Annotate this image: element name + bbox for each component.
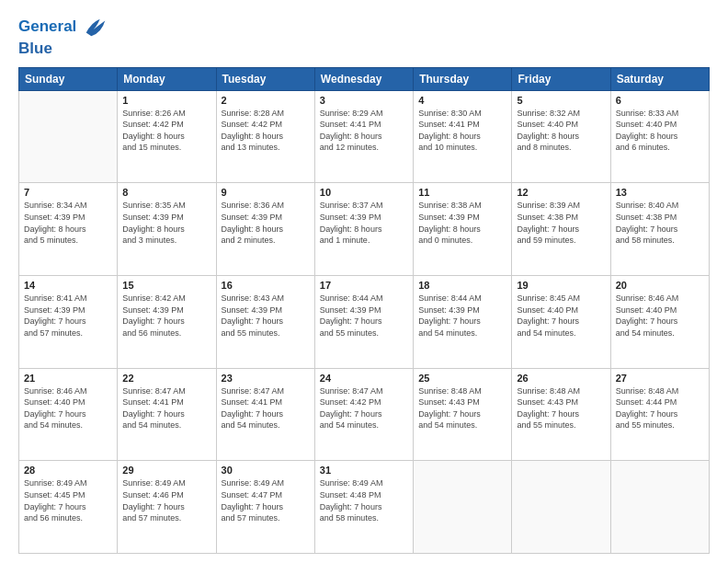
calendar-cell: 8Sunrise: 8:35 AM Sunset: 4:39 PM Daylig… xyxy=(118,183,216,276)
cell-info: Sunrise: 8:29 AM Sunset: 4:41 PM Dayligh… xyxy=(320,108,408,154)
cell-info: Sunrise: 8:48 AM Sunset: 4:44 PM Dayligh… xyxy=(616,385,704,431)
cell-info: Sunrise: 8:47 AM Sunset: 4:41 PM Dayligh… xyxy=(222,385,310,431)
calendar-cell: 14Sunrise: 8:41 AM Sunset: 4:39 PM Dayli… xyxy=(19,276,118,369)
calendar-cell: 3Sunrise: 8:29 AM Sunset: 4:41 PM Daylig… xyxy=(314,90,413,183)
calendar-cell: 9Sunrise: 8:36 AM Sunset: 4:39 PM Daylig… xyxy=(216,183,314,276)
logo-blue: Blue xyxy=(18,40,108,58)
calendar-cell xyxy=(512,461,610,554)
calendar-cell: 24Sunrise: 8:47 AM Sunset: 4:42 PM Dayli… xyxy=(314,368,413,461)
cell-info: Sunrise: 8:47 AM Sunset: 4:42 PM Dayligh… xyxy=(320,385,408,431)
weekday-header-saturday: Saturday xyxy=(610,67,709,90)
calendar-cell: 29Sunrise: 8:49 AM Sunset: 4:46 PM Dayli… xyxy=(118,461,216,554)
cell-day-number: 13 xyxy=(616,187,704,198)
cell-info: Sunrise: 8:46 AM Sunset: 4:40 PM Dayligh… xyxy=(24,385,112,431)
cell-day-number: 3 xyxy=(320,95,408,106)
cell-day-number: 14 xyxy=(24,280,112,291)
calendar-cell: 20Sunrise: 8:46 AM Sunset: 4:40 PM Dayli… xyxy=(610,276,709,369)
cell-day-number: 23 xyxy=(222,373,310,384)
calendar-cell xyxy=(414,461,512,554)
cell-day-number: 20 xyxy=(616,280,704,291)
calendar-cell xyxy=(19,90,118,183)
cell-info: Sunrise: 8:44 AM Sunset: 4:39 PM Dayligh… xyxy=(418,293,506,339)
calendar-table: SundayMondayTuesdayWednesdayThursdayFrid… xyxy=(18,67,710,554)
weekday-header-thursday: Thursday xyxy=(414,67,512,90)
calendar-cell: 27Sunrise: 8:48 AM Sunset: 4:44 PM Dayli… xyxy=(610,368,709,461)
calendar-cell: 21Sunrise: 8:46 AM Sunset: 4:40 PM Dayli… xyxy=(19,368,118,461)
week-row-2: 7Sunrise: 8:34 AM Sunset: 4:39 PM Daylig… xyxy=(19,183,710,276)
calendar-cell: 11Sunrise: 8:38 AM Sunset: 4:39 PM Dayli… xyxy=(414,183,512,276)
cell-info: Sunrise: 8:26 AM Sunset: 4:42 PM Dayligh… xyxy=(122,108,210,154)
cell-day-number: 6 xyxy=(616,95,704,106)
cell-day-number: 15 xyxy=(122,280,210,291)
cell-info: Sunrise: 8:37 AM Sunset: 4:39 PM Dayligh… xyxy=(320,200,408,246)
cell-info: Sunrise: 8:38 AM Sunset: 4:39 PM Dayligh… xyxy=(418,200,506,246)
cell-day-number: 2 xyxy=(222,95,310,106)
cell-day-number: 18 xyxy=(418,280,506,291)
cell-info: Sunrise: 8:43 AM Sunset: 4:39 PM Dayligh… xyxy=(222,293,310,339)
page: General Blue SundayMondayTuesdayWednesda… xyxy=(0,0,728,563)
calendar-cell: 15Sunrise: 8:42 AM Sunset: 4:39 PM Dayli… xyxy=(118,276,216,369)
cell-info: Sunrise: 8:45 AM Sunset: 4:40 PM Dayligh… xyxy=(517,293,605,339)
logo: General Blue xyxy=(18,15,108,58)
cell-day-number: 11 xyxy=(418,187,506,198)
cell-day-number: 28 xyxy=(24,465,112,476)
cell-info: Sunrise: 8:46 AM Sunset: 4:40 PM Dayligh… xyxy=(616,293,704,339)
calendar-cell: 5Sunrise: 8:32 AM Sunset: 4:40 PM Daylig… xyxy=(512,90,610,183)
cell-day-number: 26 xyxy=(517,373,605,384)
weekday-header-friday: Friday xyxy=(512,67,610,90)
cell-day-number: 10 xyxy=(320,187,408,198)
week-row-4: 21Sunrise: 8:46 AM Sunset: 4:40 PM Dayli… xyxy=(19,368,710,461)
weekday-header-sunday: Sunday xyxy=(19,67,118,90)
calendar-cell: 19Sunrise: 8:45 AM Sunset: 4:40 PM Dayli… xyxy=(512,276,610,369)
cell-day-number: 7 xyxy=(24,187,112,198)
cell-day-number: 19 xyxy=(517,280,605,291)
calendar-cell: 18Sunrise: 8:44 AM Sunset: 4:39 PM Dayli… xyxy=(414,276,512,369)
cell-day-number: 4 xyxy=(418,95,506,106)
week-row-3: 14Sunrise: 8:41 AM Sunset: 4:39 PM Dayli… xyxy=(19,276,710,369)
week-row-1: 1Sunrise: 8:26 AM Sunset: 4:42 PM Daylig… xyxy=(19,90,710,183)
calendar-cell xyxy=(610,461,709,554)
cell-day-number: 8 xyxy=(122,187,210,198)
logo-general: General xyxy=(18,17,76,35)
cell-info: Sunrise: 8:49 AM Sunset: 4:48 PM Dayligh… xyxy=(320,477,408,523)
cell-info: Sunrise: 8:48 AM Sunset: 4:43 PM Dayligh… xyxy=(517,385,605,431)
cell-info: Sunrise: 8:49 AM Sunset: 4:46 PM Dayligh… xyxy=(122,477,210,523)
calendar-cell: 2Sunrise: 8:28 AM Sunset: 4:42 PM Daylig… xyxy=(216,90,314,183)
calendar-cell: 28Sunrise: 8:49 AM Sunset: 4:45 PM Dayli… xyxy=(19,461,118,554)
cell-info: Sunrise: 8:44 AM Sunset: 4:39 PM Dayligh… xyxy=(320,293,408,339)
cell-info: Sunrise: 8:41 AM Sunset: 4:39 PM Dayligh… xyxy=(24,293,112,339)
cell-info: Sunrise: 8:40 AM Sunset: 4:38 PM Dayligh… xyxy=(616,200,704,246)
cell-info: Sunrise: 8:36 AM Sunset: 4:39 PM Dayligh… xyxy=(222,200,310,246)
cell-day-number: 5 xyxy=(517,95,605,106)
calendar-cell: 31Sunrise: 8:49 AM Sunset: 4:48 PM Dayli… xyxy=(314,461,413,554)
calendar-cell: 4Sunrise: 8:30 AM Sunset: 4:41 PM Daylig… xyxy=(414,90,512,183)
weekday-header-tuesday: Tuesday xyxy=(216,67,314,90)
cell-day-number: 22 xyxy=(122,373,210,384)
calendar-cell: 10Sunrise: 8:37 AM Sunset: 4:39 PM Dayli… xyxy=(314,183,413,276)
cell-day-number: 31 xyxy=(320,465,408,476)
calendar-cell: 12Sunrise: 8:39 AM Sunset: 4:38 PM Dayli… xyxy=(512,183,610,276)
week-row-5: 28Sunrise: 8:49 AM Sunset: 4:45 PM Dayli… xyxy=(19,461,710,554)
weekday-header-wednesday: Wednesday xyxy=(314,67,413,90)
weekday-header-row: SundayMondayTuesdayWednesdayThursdayFrid… xyxy=(19,67,710,90)
calendar-cell: 1Sunrise: 8:26 AM Sunset: 4:42 PM Daylig… xyxy=(118,90,216,183)
cell-day-number: 17 xyxy=(320,280,408,291)
cell-day-number: 27 xyxy=(616,373,704,384)
cell-day-number: 16 xyxy=(222,280,310,291)
cell-info: Sunrise: 8:39 AM Sunset: 4:38 PM Dayligh… xyxy=(517,200,605,246)
logo-bird-icon xyxy=(83,15,108,40)
cell-info: Sunrise: 8:49 AM Sunset: 4:45 PM Dayligh… xyxy=(24,477,112,523)
cell-day-number: 9 xyxy=(222,187,310,198)
calendar-cell: 22Sunrise: 8:47 AM Sunset: 4:41 PM Dayli… xyxy=(118,368,216,461)
cell-day-number: 29 xyxy=(122,465,210,476)
calendar-cell: 26Sunrise: 8:48 AM Sunset: 4:43 PM Dayli… xyxy=(512,368,610,461)
cell-info: Sunrise: 8:33 AM Sunset: 4:40 PM Dayligh… xyxy=(616,108,704,154)
calendar-cell: 13Sunrise: 8:40 AM Sunset: 4:38 PM Dayli… xyxy=(610,183,709,276)
weekday-header-monday: Monday xyxy=(118,67,216,90)
calendar-cell: 7Sunrise: 8:34 AM Sunset: 4:39 PM Daylig… xyxy=(19,183,118,276)
calendar-cell: 17Sunrise: 8:44 AM Sunset: 4:39 PM Dayli… xyxy=(314,276,413,369)
header: General Blue xyxy=(18,15,710,58)
cell-info: Sunrise: 8:28 AM Sunset: 4:42 PM Dayligh… xyxy=(222,108,310,154)
cell-info: Sunrise: 8:30 AM Sunset: 4:41 PM Dayligh… xyxy=(418,108,506,154)
cell-info: Sunrise: 8:42 AM Sunset: 4:39 PM Dayligh… xyxy=(122,293,210,339)
